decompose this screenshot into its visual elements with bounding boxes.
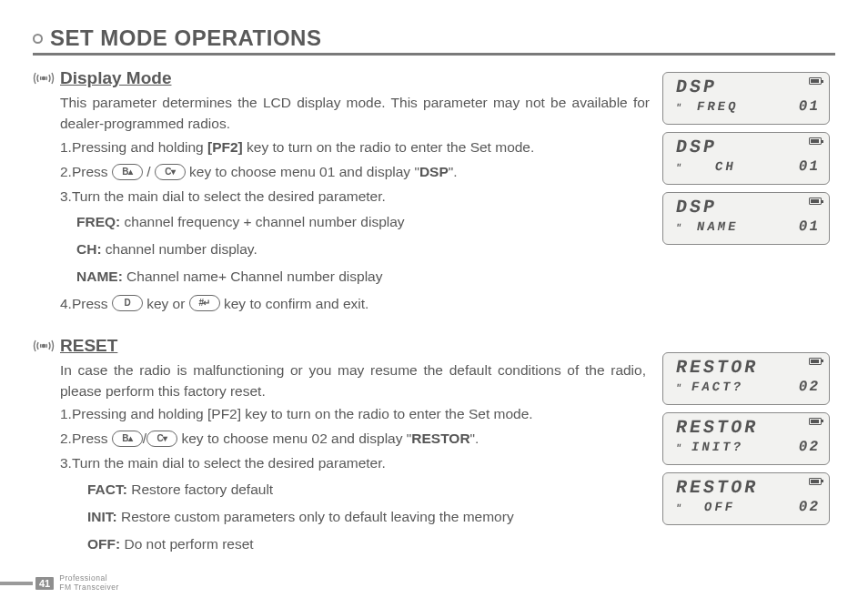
section-title-display: Display Mode xyxy=(60,68,171,88)
reset-lcd-column: RESTOR "FACT?02 RESTOR "INIT?02 RESTOR "… xyxy=(662,336,835,559)
def-init: INIT: Restore custom parameters only to … xyxy=(87,503,650,531)
display-lcd-column: DSP "FREQ01 DSP "CH01 DSP "NAME01 xyxy=(662,68,835,316)
key-d-icon: D xyxy=(112,295,143,311)
lcd-restor-fact: RESTOR "FACT?02 xyxy=(662,352,830,405)
reset-step-3: 3.Turn the main dial to select the desir… xyxy=(60,451,650,475)
circle-bullet-icon xyxy=(33,34,43,44)
svg-point-0 xyxy=(42,76,45,79)
reset-intro: In case the radio is malfunctioning or y… xyxy=(60,360,650,402)
def-fact: FACT: Restore factory default xyxy=(87,476,650,503)
lcd-dsp-freq: DSP "FREQ01 xyxy=(662,72,830,125)
def-freq: FREQ: channel frequency + channel number… xyxy=(76,208,650,236)
lcd-dsp-name: DSP "NAME01 xyxy=(662,192,830,245)
footer-bar-icon xyxy=(0,582,33,585)
lcd-restor-off: RESTOR "OFF02 xyxy=(662,472,830,525)
page-title: SET MODE OPERATIONS xyxy=(33,25,835,51)
section-display-mode: Display Mode This parameter determines t… xyxy=(33,68,835,316)
display-step-3: 3.Turn the main dial to select the desir… xyxy=(60,184,650,208)
radio-waves-icon xyxy=(33,70,55,86)
lcd-dsp-ch: DSP "CH01 xyxy=(662,132,830,185)
lcd-restor-init: RESTOR "INIT?02 xyxy=(662,412,830,465)
display-intro: This parameter determines the LCD displa… xyxy=(60,92,650,135)
def-off: OFF: Do not perform reset xyxy=(87,531,650,558)
section-title-reset: RESET xyxy=(60,336,117,356)
page-footer: 41 Professional FM Transceiver xyxy=(0,574,119,592)
def-name: NAME: Channel name+ Channel number displ… xyxy=(76,263,650,290)
reset-step-1: 1.Pressing and holding [PF2] key to turn… xyxy=(60,401,650,426)
svg-point-1 xyxy=(42,344,45,347)
display-step-1: 1.Pressing and holding [PF2] key to turn… xyxy=(60,135,650,159)
key-hash-icon: #↵ xyxy=(189,295,220,311)
reset-step-2: 2.Press B▴/C▾ key to choose menu 02 and … xyxy=(60,426,650,451)
key-b-icon: B▴ xyxy=(112,431,143,447)
display-step-2: 2.Press B▴ / C▾ key to choose menu 01 an… xyxy=(60,159,650,184)
footer-text: Professional FM Transceiver xyxy=(59,574,119,592)
key-c-icon: C▾ xyxy=(155,164,186,180)
page-title-text: SET MODE OPERATIONS xyxy=(50,25,321,51)
page-number: 41 xyxy=(35,577,54,590)
section-reset: RESET In case the radio is malfunctionin… xyxy=(33,336,835,559)
key-c-icon: C▾ xyxy=(146,431,177,447)
key-b-icon: B▴ xyxy=(112,164,143,180)
def-ch: CH: channel number display. xyxy=(76,236,650,263)
radio-waves-icon xyxy=(33,338,55,354)
page-title-bar: SET MODE OPERATIONS xyxy=(33,25,835,56)
display-step-4: 4.Press D key or #↵ key to confirm and e… xyxy=(60,291,650,316)
